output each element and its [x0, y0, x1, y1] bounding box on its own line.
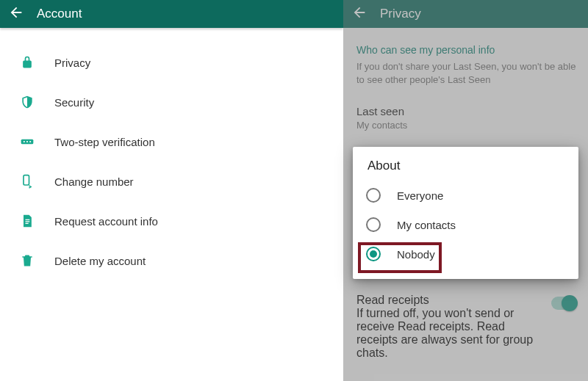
- radio-label: Nobody: [397, 248, 435, 261]
- menu-label: Two-step verification: [54, 136, 155, 148]
- arrow-left-icon: [8, 4, 24, 23]
- account-screen: Account Privacy Security Two-step verifi…: [0, 0, 343, 381]
- menu-label: Security: [54, 96, 94, 109]
- menu-label: Delete my account: [54, 255, 146, 267]
- svg-rect-4: [24, 175, 29, 185]
- menu-item-security[interactable]: Security: [0, 82, 343, 122]
- about-dialog: About Everyone My contacts Nobody: [353, 147, 578, 279]
- menu-label: Request account info: [54, 215, 158, 228]
- menu-item-privacy[interactable]: Privacy: [0, 43, 343, 82]
- radio-icon: [366, 188, 381, 203]
- dialog-title: About: [353, 159, 578, 181]
- svg-point-3: [29, 141, 31, 142]
- radio-option-nobody[interactable]: Nobody: [353, 239, 578, 269]
- menu-item-request-info[interactable]: Request account info: [0, 201, 343, 241]
- phone-arrow-icon: [18, 172, 37, 191]
- svg-point-2: [26, 141, 28, 142]
- account-menu: Privacy Security Two-step verification C…: [0, 28, 343, 280]
- radio-icon: [366, 217, 381, 232]
- lock-icon: [18, 53, 37, 72]
- radio-label: My contacts: [397, 219, 456, 231]
- radio-label: Everyone: [397, 189, 443, 202]
- header-title: Account: [37, 7, 82, 21]
- shield-icon: [18, 92, 37, 112]
- trash-icon: [18, 251, 37, 270]
- document-icon: [18, 211, 37, 231]
- menu-item-delete-account[interactable]: Delete my account: [0, 241, 343, 280]
- menu-label: Privacy: [54, 57, 90, 69]
- header-account: Account: [0, 0, 343, 28]
- privacy-screen: Privacy Who can see my personal info If …: [343, 0, 588, 381]
- menu-item-two-step[interactable]: Two-step verification: [0, 122, 343, 162]
- menu-label: Change number: [54, 175, 134, 188]
- password-icon: [18, 132, 37, 151]
- radio-option-everyone[interactable]: Everyone: [353, 181, 578, 210]
- svg-point-1: [24, 141, 25, 142]
- back-button[interactable]: [4, 2, 28, 26]
- menu-item-change-number[interactable]: Change number: [0, 162, 343, 201]
- radio-icon: [366, 247, 381, 261]
- radio-option-my-contacts[interactable]: My contacts: [353, 210, 578, 239]
